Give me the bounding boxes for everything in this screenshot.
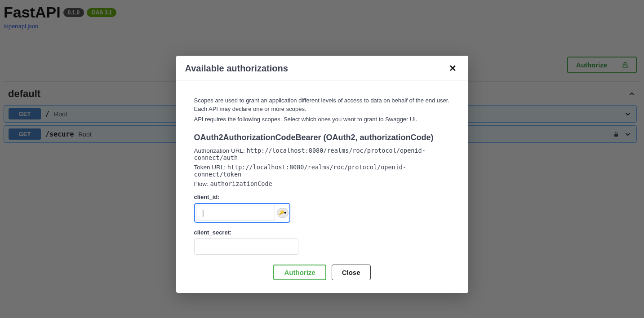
close-icon[interactable]: ✕	[446, 62, 459, 75]
client-id-label: client_id:	[194, 194, 450, 200]
client-id-input[interactable]	[196, 205, 275, 221]
client-secret-label: client_secret:	[194, 229, 450, 236]
client-secret-input[interactable]	[194, 238, 298, 255]
flow-line: Flow: authorizationCode	[194, 180, 450, 187]
authorization-url-line: Authorization URL: http://localhost:8080…	[194, 147, 450, 161]
token-url-line: Token URL: http://localhost:8080/realms/…	[194, 163, 450, 178]
modal-close-button[interactable]: Close	[332, 265, 371, 280]
auth-scheme-name: OAuth2AuthorizationCodeBearer (OAuth2, a…	[194, 133, 450, 142]
auth-modal: Available authorizations ✕ Scopes are us…	[176, 56, 468, 293]
modal-authorize-button[interactable]: Authorize	[273, 265, 326, 280]
modal-title: Available authorizations	[185, 63, 288, 74]
scope-instruction: API requires the following scopes. Selec…	[194, 115, 450, 124]
credential-picker-icon[interactable]: 🔑▾	[277, 208, 289, 218]
modal-overlay: Available authorizations ✕ Scopes are us…	[0, 0, 644, 318]
scope-description: Scopes are used to grant an application …	[194, 97, 450, 114]
